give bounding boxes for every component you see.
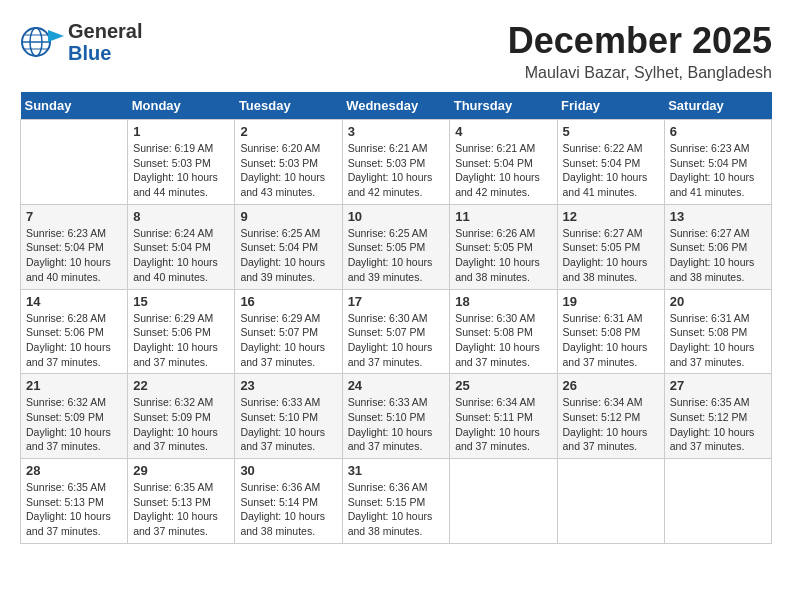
day-info: Sunrise: 6:31 AMSunset: 5:08 PMDaylight:… <box>670 311 766 370</box>
calendar-cell: 18Sunrise: 6:30 AMSunset: 5:08 PMDayligh… <box>450 289 557 374</box>
calendar-cell: 15Sunrise: 6:29 AMSunset: 5:06 PMDayligh… <box>128 289 235 374</box>
page-header: General Blue December 2025 Maulavi Bazar… <box>20 20 772 82</box>
day-number: 27 <box>670 378 766 393</box>
day-info: Sunrise: 6:23 AMSunset: 5:04 PMDaylight:… <box>26 226 122 285</box>
day-info: Sunrise: 6:35 AMSunset: 5:13 PMDaylight:… <box>26 480 122 539</box>
day-info: Sunrise: 6:20 AMSunset: 5:03 PMDaylight:… <box>240 141 336 200</box>
calendar-cell: 9Sunrise: 6:25 AMSunset: 5:04 PMDaylight… <box>235 204 342 289</box>
calendar-cell: 30Sunrise: 6:36 AMSunset: 5:14 PMDayligh… <box>235 459 342 544</box>
day-number: 23 <box>240 378 336 393</box>
weekday-header-thursday: Thursday <box>450 92 557 120</box>
day-info: Sunrise: 6:34 AMSunset: 5:12 PMDaylight:… <box>563 395 659 454</box>
calendar-cell <box>557 459 664 544</box>
calendar-week-row: 21Sunrise: 6:32 AMSunset: 5:09 PMDayligh… <box>21 374 772 459</box>
svg-marker-5 <box>48 30 64 42</box>
day-info: Sunrise: 6:22 AMSunset: 5:04 PMDaylight:… <box>563 141 659 200</box>
calendar-cell <box>450 459 557 544</box>
weekday-header-row: SundayMondayTuesdayWednesdayThursdayFrid… <box>21 92 772 120</box>
weekday-header-friday: Friday <box>557 92 664 120</box>
day-number: 20 <box>670 294 766 309</box>
day-info: Sunrise: 6:19 AMSunset: 5:03 PMDaylight:… <box>133 141 229 200</box>
calendar-week-row: 7Sunrise: 6:23 AMSunset: 5:04 PMDaylight… <box>21 204 772 289</box>
day-info: Sunrise: 6:31 AMSunset: 5:08 PMDaylight:… <box>563 311 659 370</box>
calendar-cell: 10Sunrise: 6:25 AMSunset: 5:05 PMDayligh… <box>342 204 450 289</box>
day-info: Sunrise: 6:21 AMSunset: 5:04 PMDaylight:… <box>455 141 551 200</box>
day-info: Sunrise: 6:32 AMSunset: 5:09 PMDaylight:… <box>26 395 122 454</box>
day-number: 16 <box>240 294 336 309</box>
calendar-week-row: 14Sunrise: 6:28 AMSunset: 5:06 PMDayligh… <box>21 289 772 374</box>
calendar-cell: 31Sunrise: 6:36 AMSunset: 5:15 PMDayligh… <box>342 459 450 544</box>
day-number: 5 <box>563 124 659 139</box>
calendar-cell: 11Sunrise: 6:26 AMSunset: 5:05 PMDayligh… <box>450 204 557 289</box>
day-info: Sunrise: 6:32 AMSunset: 5:09 PMDaylight:… <box>133 395 229 454</box>
day-info: Sunrise: 6:28 AMSunset: 5:06 PMDaylight:… <box>26 311 122 370</box>
day-info: Sunrise: 6:30 AMSunset: 5:07 PMDaylight:… <box>348 311 445 370</box>
day-info: Sunrise: 6:26 AMSunset: 5:05 PMDaylight:… <box>455 226 551 285</box>
weekday-header-monday: Monday <box>128 92 235 120</box>
day-number: 26 <box>563 378 659 393</box>
calendar-cell: 29Sunrise: 6:35 AMSunset: 5:13 PMDayligh… <box>128 459 235 544</box>
logo-text-blue: Blue <box>68 42 142 64</box>
day-info: Sunrise: 6:29 AMSunset: 5:07 PMDaylight:… <box>240 311 336 370</box>
day-number: 10 <box>348 209 445 224</box>
day-info: Sunrise: 6:34 AMSunset: 5:11 PMDaylight:… <box>455 395 551 454</box>
day-info: Sunrise: 6:36 AMSunset: 5:15 PMDaylight:… <box>348 480 445 539</box>
calendar-cell: 22Sunrise: 6:32 AMSunset: 5:09 PMDayligh… <box>128 374 235 459</box>
day-number: 28 <box>26 463 122 478</box>
calendar-cell: 7Sunrise: 6:23 AMSunset: 5:04 PMDaylight… <box>21 204 128 289</box>
day-number: 22 <box>133 378 229 393</box>
calendar-cell: 5Sunrise: 6:22 AMSunset: 5:04 PMDaylight… <box>557 120 664 205</box>
calendar-cell: 19Sunrise: 6:31 AMSunset: 5:08 PMDayligh… <box>557 289 664 374</box>
day-number: 18 <box>455 294 551 309</box>
weekday-header-saturday: Saturday <box>664 92 771 120</box>
calendar-cell: 21Sunrise: 6:32 AMSunset: 5:09 PMDayligh… <box>21 374 128 459</box>
calendar-cell: 6Sunrise: 6:23 AMSunset: 5:04 PMDaylight… <box>664 120 771 205</box>
calendar-cell: 27Sunrise: 6:35 AMSunset: 5:12 PMDayligh… <box>664 374 771 459</box>
day-info: Sunrise: 6:25 AMSunset: 5:05 PMDaylight:… <box>348 226 445 285</box>
calendar-cell: 8Sunrise: 6:24 AMSunset: 5:04 PMDaylight… <box>128 204 235 289</box>
day-number: 9 <box>240 209 336 224</box>
calendar-cell: 24Sunrise: 6:33 AMSunset: 5:10 PMDayligh… <box>342 374 450 459</box>
calendar-cell: 3Sunrise: 6:21 AMSunset: 5:03 PMDaylight… <box>342 120 450 205</box>
logo: General Blue <box>20 20 142 64</box>
calendar-cell: 12Sunrise: 6:27 AMSunset: 5:05 PMDayligh… <box>557 204 664 289</box>
day-number: 3 <box>348 124 445 139</box>
day-info: Sunrise: 6:23 AMSunset: 5:04 PMDaylight:… <box>670 141 766 200</box>
day-number: 15 <box>133 294 229 309</box>
calendar-cell: 13Sunrise: 6:27 AMSunset: 5:06 PMDayligh… <box>664 204 771 289</box>
day-number: 17 <box>348 294 445 309</box>
weekday-header-tuesday: Tuesday <box>235 92 342 120</box>
day-number: 1 <box>133 124 229 139</box>
day-number: 6 <box>670 124 766 139</box>
day-info: Sunrise: 6:27 AMSunset: 5:06 PMDaylight:… <box>670 226 766 285</box>
calendar-cell: 2Sunrise: 6:20 AMSunset: 5:03 PMDaylight… <box>235 120 342 205</box>
day-number: 21 <box>26 378 122 393</box>
calendar-cell: 25Sunrise: 6:34 AMSunset: 5:11 PMDayligh… <box>450 374 557 459</box>
month-year-title: December 2025 <box>508 20 772 62</box>
day-info: Sunrise: 6:21 AMSunset: 5:03 PMDaylight:… <box>348 141 445 200</box>
calendar-cell: 16Sunrise: 6:29 AMSunset: 5:07 PMDayligh… <box>235 289 342 374</box>
day-number: 13 <box>670 209 766 224</box>
calendar-cell: 14Sunrise: 6:28 AMSunset: 5:06 PMDayligh… <box>21 289 128 374</box>
day-number: 8 <box>133 209 229 224</box>
day-info: Sunrise: 6:35 AMSunset: 5:13 PMDaylight:… <box>133 480 229 539</box>
calendar-cell: 4Sunrise: 6:21 AMSunset: 5:04 PMDaylight… <box>450 120 557 205</box>
weekday-header-wednesday: Wednesday <box>342 92 450 120</box>
logo-globe-icon <box>20 24 64 60</box>
day-number: 7 <box>26 209 122 224</box>
logo-text-general: General <box>68 20 142 42</box>
day-number: 25 <box>455 378 551 393</box>
day-number: 2 <box>240 124 336 139</box>
title-block: December 2025 Maulavi Bazar, Sylhet, Ban… <box>508 20 772 82</box>
calendar-cell: 23Sunrise: 6:33 AMSunset: 5:10 PMDayligh… <box>235 374 342 459</box>
day-info: Sunrise: 6:29 AMSunset: 5:06 PMDaylight:… <box>133 311 229 370</box>
day-number: 19 <box>563 294 659 309</box>
day-number: 31 <box>348 463 445 478</box>
day-info: Sunrise: 6:24 AMSunset: 5:04 PMDaylight:… <box>133 226 229 285</box>
day-info: Sunrise: 6:33 AMSunset: 5:10 PMDaylight:… <box>240 395 336 454</box>
calendar-table: SundayMondayTuesdayWednesdayThursdayFrid… <box>20 92 772 544</box>
day-number: 24 <box>348 378 445 393</box>
day-number: 4 <box>455 124 551 139</box>
day-number: 12 <box>563 209 659 224</box>
calendar-cell: 28Sunrise: 6:35 AMSunset: 5:13 PMDayligh… <box>21 459 128 544</box>
